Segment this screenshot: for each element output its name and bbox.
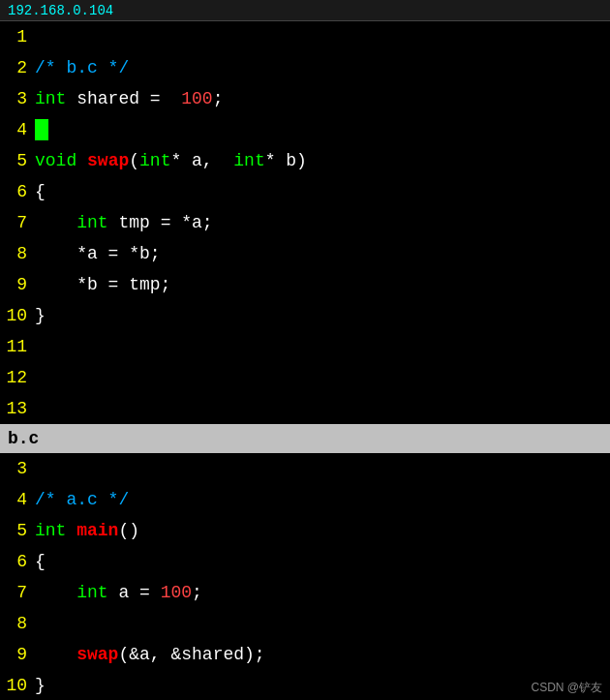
bottom-code-panel: 3 4 /* a.c */ 5 int main() 6 { 7 int a =…: [0, 453, 610, 700]
bottom-line-3: 3: [0, 453, 610, 484]
code-line-8: 8 *a = *b;: [0, 238, 610, 269]
code-line-7: 7 int tmp = *a;: [0, 207, 610, 238]
bottom-line-8: 8: [0, 608, 610, 639]
bottom-line-9: 9 swap(&a, &shared);: [0, 639, 610, 670]
cursor-block: [35, 119, 48, 140]
code-line-10: 10 }: [0, 300, 610, 331]
code-line-6: 6 {: [0, 176, 610, 207]
code-line-1: 1: [0, 21, 610, 52]
keyword-int-5b: int: [233, 151, 264, 170]
num-100-3: 100: [181, 89, 212, 108]
bottom-line-4: 4 /* a.c */: [0, 484, 610, 515]
comment-bc: /* b.c */: [35, 58, 129, 77]
code-line-3: 3 int shared = 100;: [0, 83, 610, 114]
comment-ac: /* a.c */: [35, 490, 129, 509]
keyword-int-7b: int: [76, 583, 107, 602]
title-bar: 192.168.0.104: [0, 0, 610, 21]
title-text: 192.168.0.104: [8, 3, 113, 18]
top-code-panel: 1 2 /* b.c */ 3 int shared = 100; 4 5 vo…: [0, 21, 610, 424]
code-line-11: 11: [0, 331, 610, 362]
funcname-main: main: [76, 521, 118, 540]
code-line-4: 4: [0, 114, 610, 145]
code-line-2: 2 /* b.c */: [0, 52, 610, 83]
bottom-line-6: 6 {: [0, 546, 610, 577]
keyword-int-main: int: [35, 521, 66, 540]
watermark: CSDN @铲友: [531, 680, 602, 696]
num-100-7: 100: [161, 583, 192, 602]
funcname-swap-call: swap: [76, 645, 118, 664]
funcname-swap: swap: [87, 151, 129, 170]
file-divider: b.c: [0, 424, 610, 453]
bottom-line-5: 5 int main(): [0, 515, 610, 546]
bottom-line-10: 10 }: [0, 670, 610, 700]
code-line-12: 12: [0, 362, 610, 393]
code-line-5: 5 void swap(int* a, int* b): [0, 145, 610, 176]
code-line-9: 9 *b = tmp;: [0, 269, 610, 300]
code-line-13: 13: [0, 393, 610, 424]
keyword-int-3: int: [35, 89, 66, 108]
keyword-void: void: [35, 151, 76, 170]
divider-label: b.c: [8, 429, 39, 448]
bottom-line-7: 7 int a = 100;: [0, 577, 610, 608]
keyword-int-5a: int: [139, 151, 170, 170]
keyword-int-7: int: [76, 213, 107, 232]
